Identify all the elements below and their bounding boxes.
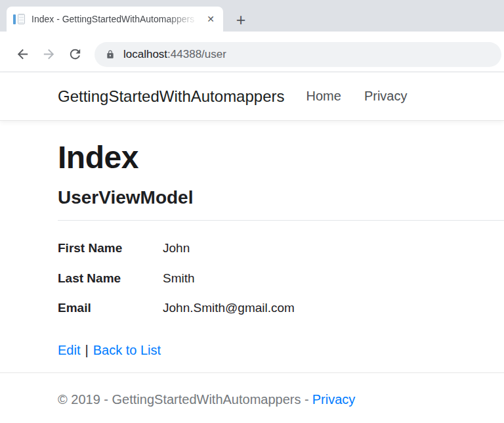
url-path: :44388/user — [167, 48, 226, 60]
back-button[interactable] — [9, 41, 35, 68]
field-label: Email — [58, 300, 163, 316]
divider — [58, 220, 504, 221]
site-navbar: GettingStartedWithAutomappers Home Priva… — [0, 72, 504, 121]
field-value: Smith — [163, 271, 195, 286]
field-value: John.Smith@gmail.com — [163, 300, 295, 316]
forward-arrow-icon — [41, 47, 56, 62]
field-label: Last Name — [58, 271, 163, 286]
link-separator: | — [85, 343, 88, 357]
copyright-text: © 2019 - GettingStartedWithAutomappers - — [58, 392, 309, 407]
browser-tab[interactable]: Index - GettingStartedWithAutomappers ✕ — [7, 7, 223, 32]
field-row-email: Email John.Smith@gmail.com — [58, 300, 504, 316]
footer-privacy-link[interactable]: Privacy — [312, 392, 356, 407]
field-value: John — [163, 240, 190, 256]
lock-icon[interactable] — [106, 50, 115, 59]
favicon-document — [18, 14, 25, 24]
detail-list: First Name John Last Name Smith Email Jo… — [58, 240, 504, 316]
page-footer: © 2019 - GettingStartedWithAutomappers -… — [0, 372, 504, 407]
field-row-last-name: Last Name Smith — [58, 271, 504, 286]
reload-icon — [68, 47, 83, 62]
action-links: Edit|Back to List — [58, 342, 504, 358]
new-tab-button[interactable]: + — [231, 11, 251, 30]
field-row-first-name: First Name John — [58, 240, 504, 256]
model-subtitle: UserViewModel — [58, 187, 504, 208]
url-text: localhost:44388/user — [123, 48, 226, 61]
page-title: Index — [58, 141, 504, 175]
url-host: localhost — [123, 48, 167, 60]
reload-button[interactable] — [62, 41, 88, 68]
back-arrow-icon — [15, 47, 30, 62]
address-bar[interactable]: localhost:44388/user — [94, 42, 501, 67]
field-label: First Name — [58, 240, 163, 256]
tab-title: Index - GettingStartedWithAutomappers — [32, 14, 203, 24]
browser-toolbar: localhost:44388/user — [0, 32, 504, 72]
edit-link[interactable]: Edit — [58, 343, 80, 357]
navbar-brand-link[interactable]: GettingStartedWithAutomappers — [58, 87, 285, 106]
tab-close-icon[interactable]: ✕ — [203, 12, 218, 26]
tab-strip: Index - GettingStartedWithAutomappers ✕ … — [0, 0, 504, 32]
browser-window: Index - GettingStartedWithAutomappers ✕ … — [0, 0, 504, 423]
nav-link-privacy[interactable]: Privacy — [364, 89, 408, 104]
page-favicon-icon — [13, 14, 25, 25]
nav-link-home[interactable]: Home — [306, 89, 341, 104]
back-to-list-link[interactable]: Back to List — [93, 343, 161, 357]
main-content: Index UserViewModel First Name John Last… — [0, 141, 504, 358]
forward-button[interactable] — [35, 41, 62, 68]
favicon-blue-bar — [13, 14, 16, 24]
